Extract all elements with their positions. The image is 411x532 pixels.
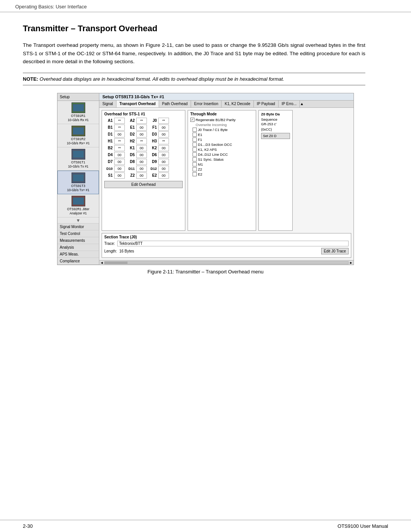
trace-input[interactable] [117, 241, 349, 246]
oh-label-a1: A1 [104, 118, 113, 123]
oh-label-h2: H2 [126, 139, 135, 143]
checkbox-k1k2[interactable] [193, 147, 197, 152]
sidebar-nav-measurements[interactable]: Measurements [57, 237, 99, 244]
oh-field-b2[interactable]: ** [114, 145, 125, 151]
tab-path-overhead[interactable]: Path Overhead [159, 101, 191, 107]
oh-field-d2[interactable]: 00 [136, 131, 147, 137]
set-z0-button[interactable]: Set Z0 D [261, 133, 290, 139]
oh-field-d3[interactable]: 00 [158, 131, 169, 137]
oh-label-d7: D7 [104, 160, 113, 164]
oh-label-h1: H1 [104, 139, 113, 143]
edit-overhead-button[interactable]: Edit Overhead [104, 181, 183, 188]
label-e1: E1 [198, 133, 202, 137]
device-icon-5 [72, 196, 85, 206]
edit-j0-trace-button[interactable]: Edit J0 Trace [321, 248, 349, 254]
oh-field-h3[interactable]: ** [158, 138, 169, 144]
oh-field-e2[interactable]: 00 [158, 173, 169, 179]
checkbox-j0[interactable] [193, 128, 197, 132]
tab-ip-erro[interactable]: IP Erro... [279, 101, 300, 107]
note-text: NOTE: Overhead data displays are in hexa… [23, 76, 284, 82]
trace-label: Trace: [104, 241, 115, 246]
sidebar-nav-analysis[interactable]: Analysis [57, 244, 99, 251]
tab-k1k2-decode[interactable]: K1, K2 Decode [221, 101, 253, 107]
checkbox-e2[interactable] [193, 172, 197, 176]
sidebar-nav-aps-meas[interactable]: APS Meas. [57, 251, 99, 258]
panel-content: Overhead for STS-1 #1 A1 ** A2 ** J0 ** [99, 108, 354, 233]
oh-field-k2[interactable]: 00 [158, 145, 169, 151]
sidebar-device-1[interactable]: OTS91R110-Gb/s Rx #1 [57, 101, 99, 124]
sidebar-device-2[interactable]: OTS91R210-Gb/s Rx+ #1 [57, 124, 99, 147]
oh-label-s1: S1 [104, 173, 113, 177]
oh-label-b2: B2 [104, 146, 113, 150]
checkbox-e1[interactable] [193, 133, 197, 137]
oh-field-d5[interactable]: 00 [136, 152, 147, 158]
checkbox-s1[interactable] [193, 157, 197, 161]
trace-row: Trace: [104, 241, 349, 246]
overhead-grid: A1 ** A2 ** J0 ** B1 ** E1 00 [104, 118, 183, 179]
oh-label-e2: E2 [148, 173, 158, 177]
scrollbar-thumb [105, 262, 127, 264]
sidebar-device-3[interactable]: OTS91T110-Gb/s Tx #1 [57, 147, 99, 171]
sidebar-device-5[interactable]: OTS92R1 JitterAnalyzer #1 [57, 194, 99, 217]
sidebar-nav-compliance[interactable]: Compliance [57, 258, 99, 265]
device-icon-inner-1 [73, 104, 84, 112]
tab-ip-payload[interactable]: IP Payload [254, 101, 279, 107]
checkbox-f1[interactable] [193, 137, 197, 142]
through-mode-b1b2: ✓ Regenerate B1/B2 Parity [190, 118, 253, 122]
sidebar-setup-label: Setup [57, 93, 99, 101]
checkbox-d4d12[interactable] [193, 152, 197, 157]
checkbox-z2[interactable] [193, 167, 197, 171]
checkbox-b1b2[interactable]: ✓ [190, 118, 194, 122]
tab-signal[interactable]: Signal [99, 101, 116, 107]
oh-field-f1[interactable]: 00 [158, 125, 169, 131]
footer-manual-title: OTS9100 User Manual [338, 523, 388, 529]
oh-field-d4[interactable]: 00 [114, 152, 125, 158]
footer-page-number: 2-30 [23, 523, 33, 529]
oh-field-k1[interactable]: 00 [136, 145, 147, 151]
sidebar-nav-signal-monitor[interactable]: Signal Monitor [57, 224, 99, 230]
checkbox-d1d3[interactable] [193, 142, 197, 147]
oh-field-j0[interactable]: ** [158, 118, 169, 124]
label-z2: Z2 [198, 167, 202, 171]
oh-field-d8[interactable]: 00 [136, 159, 147, 165]
oh-field-s1[interactable]: 00 [114, 173, 125, 179]
note-box: NOTE: Overhead data displays are in hexa… [23, 73, 365, 85]
tab-transport-overhead[interactable]: Transport Overhead [116, 101, 159, 107]
sidebar-nav-test-control[interactable]: Test Control [57, 230, 99, 237]
label-e2: E2 [198, 172, 202, 176]
z0-value1: GR-253 c' [261, 122, 290, 126]
oh-field-d10[interactable]: 00 [114, 166, 125, 172]
oh-field-d1[interactable]: 00 [114, 131, 125, 137]
tab-bar: Signal Transport Overhead Path Overhead … [99, 101, 354, 108]
oh-field-d12[interactable]: 00 [158, 166, 169, 172]
tab-scroll-arrow[interactable]: ▲ [300, 101, 304, 107]
label-j0-trace: J0 Trace / C1 Byte [198, 128, 228, 132]
oh-field-a1[interactable]: ** [114, 118, 125, 124]
label-s1: S1 Sync. Status [198, 157, 224, 161]
tab-error-insertion[interactable]: Error Insertion [191, 101, 221, 107]
overhead-section: Overhead for STS-1 #1 A1 ** A2 ** J0 ** [102, 110, 185, 231]
oh-field-d7[interactable]: 00 [114, 159, 125, 165]
scrollbar-track[interactable] [104, 261, 349, 264]
sidebar-device-4[interactable]: OTS91T310-Gb/s Tx+ #1 [57, 171, 99, 194]
scroll-right-arrow[interactable]: ► [349, 261, 353, 265]
oh-field-z2[interactable]: 00 [136, 173, 147, 179]
oh-field-d11[interactable]: 00 [136, 166, 147, 172]
checkbox-m1[interactable] [193, 162, 197, 166]
device-icon-3 [72, 149, 85, 160]
oh-field-a2[interactable]: ** [136, 118, 147, 124]
oh-field-e1[interactable]: 00 [136, 125, 147, 131]
oh-field-d6[interactable]: 00 [158, 152, 169, 158]
oh-label-a2: A2 [126, 118, 135, 123]
oh-field-b1[interactable]: ** [114, 125, 125, 131]
device-label-3: OTS91T110-Gb/s Tx #1 [68, 160, 89, 169]
oh-field-h2[interactable]: ** [136, 138, 147, 144]
device-icon-inner-3 [73, 150, 84, 158]
label-k1k2: K1, K2 APS [198, 147, 217, 152]
oh-field-h1[interactable]: ** [114, 138, 125, 144]
through-mode-title: Through Mode [190, 112, 253, 116]
scroll-indicator: ▼ [57, 217, 99, 224]
scroll-left-arrow[interactable]: ◄ [100, 261, 104, 265]
oh-label-b1: B1 [104, 125, 113, 129]
oh-field-d9[interactable]: 00 [158, 159, 169, 165]
